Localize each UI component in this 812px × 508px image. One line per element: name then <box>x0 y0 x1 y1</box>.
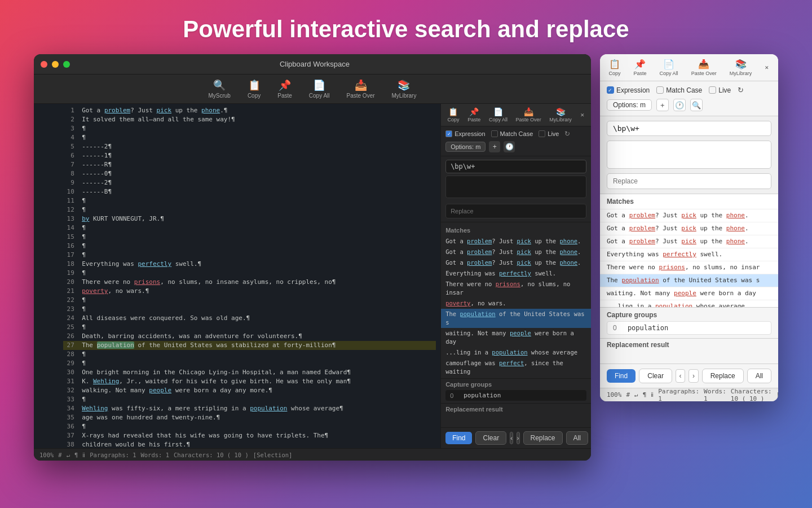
right-search-options: ✓ Expression Match Case Live ↻ Options: … <box>600 81 778 116</box>
right-close-btn[interactable]: ✕ <box>765 65 769 71</box>
right-match-item[interactable]: ...ling in a population whose average <box>600 300 778 307</box>
right-copy-label: Copy <box>608 71 620 76</box>
right-tool-mylibrary[interactable]: 📚 MyLibrary <box>730 59 752 76</box>
live-refresh-icon[interactable]: ↻ <box>564 130 570 138</box>
right-expression-checkbox[interactable]: ✓ Expression <box>607 86 650 94</box>
match-item[interactable]: ...ling in a population whose average <box>441 347 591 358</box>
search-tool-copy-all[interactable]: 📄 Copy All <box>489 107 508 122</box>
right-next-match-btn[interactable]: › <box>689 369 698 383</box>
right-live-refresh-icon[interactable]: ↻ <box>738 86 744 94</box>
right-replace-input[interactable] <box>607 173 771 189</box>
right-prev-match-btn[interactable]: ‹ <box>676 369 685 383</box>
right-add-option-btn[interactable]: + <box>656 99 669 111</box>
main-window: Clipboard Workspace 🔍 MyScrub 📋 Copy 📌 P… <box>34 54 591 461</box>
code-content[interactable]: 1 Got a problem? Just pick up the phone.… <box>59 104 440 448</box>
status-icon-hash: # <box>58 452 61 458</box>
right-all-button[interactable]: All <box>747 369 771 383</box>
options-row: Options: m + 🕐 <box>445 141 586 152</box>
right-match-case-checkbox[interactable]: Match Case <box>656 86 702 94</box>
match-item[interactable]: camouflage was perfect, since the waitin… <box>441 358 591 377</box>
right-match-item[interactable]: waiting. Not many people were born a day <box>600 287 778 300</box>
match-item-active[interactable]: The population of the United States was … <box>441 309 591 328</box>
right-match-item[interactable]: Got a problem? Just pick up the phone. <box>600 209 778 222</box>
paste-icon: 📌 <box>279 79 291 91</box>
right-expression-label: Expression <box>616 86 650 94</box>
add-option-btn[interactable]: + <box>489 141 500 152</box>
code-line: 16 ¶ <box>63 242 436 251</box>
right-live-checkbox[interactable]: Live <box>709 86 731 94</box>
code-line: 23 ¶ <box>63 305 436 314</box>
replacement-section: Replacement result <box>441 403 591 427</box>
right-find-button[interactable]: Find <box>607 369 636 383</box>
search-close-btn[interactable]: ✕ <box>580 112 585 118</box>
close-button[interactable] <box>41 61 47 68</box>
right-replacement-section: Replacement result <box>600 338 778 364</box>
next-match-btn[interactable]: › <box>517 432 520 444</box>
right-match-item[interactable]: There were no prisons, no slums, no insa… <box>600 261 778 274</box>
code-line: 7 ------R¶ <box>63 160 436 169</box>
match-item[interactable]: There were no prisons, no slums, no insa… <box>441 279 591 298</box>
code-editor[interactable]: 1 Got a problem? Just pick up the phone.… <box>34 104 440 448</box>
clock-btn[interactable]: 🕐 <box>504 141 515 152</box>
toolbar-mylibrary-label: MyLibrary <box>392 93 417 99</box>
search-paste-over-icon: 📥 <box>524 107 533 116</box>
main-toolbar: 🔍 MyScrub 📋 Copy 📌 Paste 📄 Copy All 📥 Pa… <box>34 75 591 104</box>
right-paste-icon: 📌 <box>634 59 646 69</box>
toolbar-copy[interactable]: 📋 Copy <box>248 79 261 99</box>
match-item[interactable]: Everything was perfectly swell. <box>441 268 591 279</box>
maximize-button[interactable] <box>63 61 70 68</box>
code-line: 21 poverty, no wars.¶ <box>63 287 436 296</box>
replace-button[interactable]: Replace <box>523 431 563 445</box>
replace-input[interactable] <box>445 204 586 218</box>
find-bar: Find Clear ‹ › Replace All <box>441 427 591 448</box>
search-tool-paste[interactable]: 📌 Paste <box>467 107 480 122</box>
right-match-item[interactable]: Everything was perfectly swell. <box>600 248 778 261</box>
right-options-badge[interactable]: Options: m <box>607 99 652 111</box>
search-tool-mylibrary[interactable]: 📚 MyLibrary <box>549 107 572 122</box>
expression-checkbox[interactable]: ✓ Expression <box>445 130 485 137</box>
options-badge[interactable]: Options: m <box>445 142 486 152</box>
match-case-checkbox[interactable]: Match Case <box>491 130 533 137</box>
search-tool-paste-over[interactable]: 📥 Paste Over <box>516 107 541 122</box>
right-clear-button[interactable]: Clear <box>639 369 672 383</box>
right-regex-input[interactable] <box>607 121 771 136</box>
code-line: 8 ------0¶ <box>63 169 436 178</box>
clear-button[interactable]: Clear <box>475 431 506 445</box>
right-match-item-active[interactable]: The population of the United States was … <box>600 274 778 287</box>
toolbar-mylibrary[interactable]: 📚 MyLibrary <box>392 79 417 99</box>
toolbar-myscrub[interactable]: 🔍 MyScrub <box>208 79 230 99</box>
right-tool-paste[interactable]: 📌 Paste <box>634 59 647 76</box>
match-item[interactable]: Got a problem? Just pick up the phone. <box>441 236 591 247</box>
match-item[interactable]: waiting. Not many people were born a day <box>441 328 591 347</box>
all-button[interactable]: All <box>566 431 588 445</box>
toolbar-paste[interactable]: 📌 Paste <box>277 79 292 99</box>
right-match-item[interactable]: Got a problem? Just pick up the phone. <box>600 235 778 248</box>
code-line: 9 ------2¶ <box>63 178 436 187</box>
match-item[interactable]: Got a problem? Just pick up the phone. <box>441 247 591 257</box>
right-tool-copy[interactable]: 📋 Copy <box>608 59 620 76</box>
right-search-btn[interactable]: 🔍 <box>690 99 703 111</box>
toolbar-paste-over[interactable]: 📥 Paste Over <box>347 79 375 99</box>
right-copy-all-icon: 📄 <box>663 59 674 69</box>
prev-match-btn[interactable]: ‹ <box>510 432 513 444</box>
live-checkbox[interactable]: Live <box>539 130 559 137</box>
find-button[interactable]: Find <box>445 432 472 444</box>
match-item[interactable]: poverty, no wars. <box>441 298 591 309</box>
regex-input[interactable] <box>445 160 586 173</box>
right-clock-btn[interactable]: 🕐 <box>673 99 686 111</box>
search-tool-copy[interactable]: 📋 Copy <box>447 107 459 122</box>
right-replace-button[interactable]: Replace <box>702 369 744 383</box>
paste-over-icon: 📥 <box>355 79 367 91</box>
capture-row: 0 population <box>445 390 586 401</box>
right-tool-copy-all[interactable]: 📄 Copy All <box>660 59 678 76</box>
right-tool-paste-over[interactable]: 📥 Paste Over <box>691 59 717 76</box>
right-checkboxes: ✓ Expression Match Case Live ↻ <box>607 86 771 94</box>
right-match-case-check-icon <box>656 86 664 94</box>
minimize-button[interactable] <box>52 61 59 68</box>
toolbar-copy-all[interactable]: 📄 Copy All <box>309 79 330 99</box>
expression-label: Expression <box>454 130 485 137</box>
right-match-item[interactable]: Got a problem? Just pick up the phone. <box>600 222 778 235</box>
right-mylibrary-icon: 📚 <box>735 59 747 69</box>
right-copy-icon: 📋 <box>609 59 620 69</box>
match-item[interactable]: Got a problem? Just pick up the phone. <box>441 257 591 268</box>
